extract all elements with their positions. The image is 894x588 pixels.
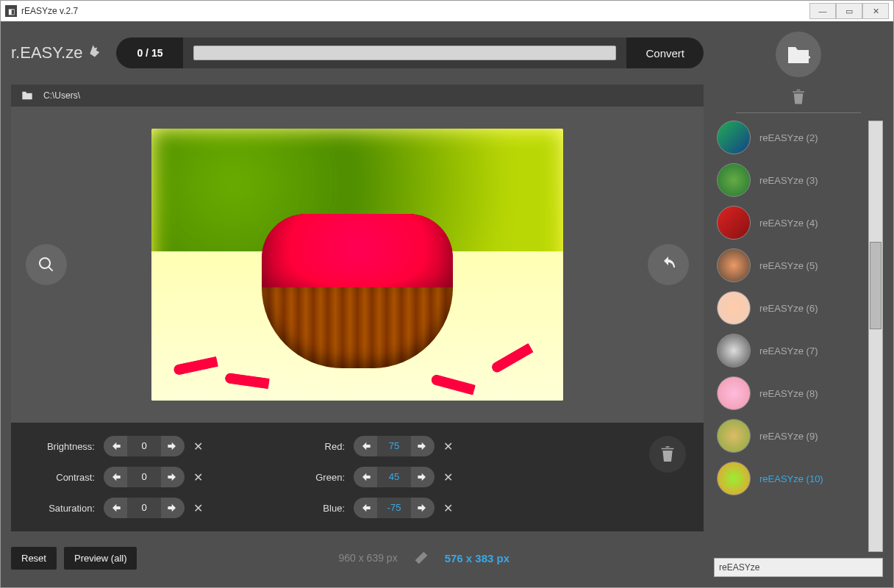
folder-plus-icon — [787, 44, 810, 65]
decrement-button[interactable] — [354, 467, 377, 487]
thumbnail-item[interactable]: reEASYze (10) — [714, 462, 864, 495]
thumbnail-label: reEASYze (6) — [759, 303, 818, 314]
convert-button[interactable]: Convert — [626, 37, 704, 68]
control-label: Green: — [279, 472, 345, 483]
stepper: 45 — [354, 467, 435, 487]
control-label: Blue: — [279, 503, 345, 514]
progress-bar[interactable] — [193, 46, 616, 60]
thumbnail-image — [717, 248, 751, 282]
stepper: -75 — [354, 498, 435, 518]
app-icon: ◧ — [5, 5, 17, 17]
stepper-value[interactable]: 75 — [377, 436, 411, 456]
maximize-button[interactable]: ▭ — [836, 3, 862, 19]
decrement-button[interactable] — [354, 436, 377, 456]
thumbnail-label: reEASYze (2) — [759, 132, 818, 143]
arrow-right-icon — [167, 502, 179, 514]
thumbnail-item[interactable]: reEASYze (6) — [714, 291, 864, 325]
thumbnail-item[interactable]: reEASYze (2) — [714, 121, 864, 154]
increment-button[interactable] — [411, 436, 435, 456]
add-files-button[interactable] — [776, 32, 821, 77]
decrement-button[interactable] — [104, 498, 127, 518]
control-green: Green:45✕ — [279, 467, 499, 487]
filename-value: reEASYze — [719, 562, 759, 573]
increment-button[interactable] — [411, 498, 435, 518]
reset-param-button[interactable]: ✕ — [193, 501, 203, 515]
control-saturation: Saturation:0✕ — [29, 498, 249, 518]
increment-button[interactable] — [411, 467, 435, 487]
trash-icon[interactable] — [791, 89, 806, 105]
divider — [736, 112, 861, 113]
image-preview — [151, 129, 563, 401]
window-title: rEASYze v.2.7 — [21, 6, 78, 16]
arrow-left-icon — [110, 502, 121, 514]
undo-icon — [659, 256, 677, 273]
thumbnail-image — [717, 121, 751, 154]
ruler-icon — [414, 551, 429, 565]
control-brightness: Brightness:0✕ — [29, 436, 249, 456]
arrow-right-icon — [167, 471, 179, 483]
thumbnail-image — [717, 334, 751, 368]
preview-all-button[interactable]: Preview (all) — [64, 547, 137, 570]
titlebar[interactable]: ◧ rEASYze v.2.7 — ▭ ✕ — [1, 1, 893, 21]
scrollbar[interactable] — [868, 121, 883, 552]
increment-button[interactable] — [161, 436, 185, 456]
reset-param-button[interactable]: ✕ — [443, 470, 453, 484]
decrement-button[interactable] — [354, 498, 377, 518]
discard-adjustments-button[interactable] — [649, 436, 686, 473]
preview-area — [11, 107, 704, 423]
scrollbar-thumb[interactable] — [870, 242, 882, 329]
stepper-value[interactable]: 0 — [127, 498, 161, 518]
original-dimensions: 960 x 639 px — [338, 552, 397, 564]
decrement-button[interactable] — [104, 467, 127, 487]
thumbnail-item[interactable]: reEASYze (9) — [714, 419, 864, 453]
thumbnail-image — [717, 206, 751, 240]
thumbnail-image — [717, 462, 751, 495]
stepper-value[interactable]: 0 — [127, 436, 161, 456]
footer: Reset Preview (all) 960 x 639 px 576 x 3… — [11, 531, 704, 577]
stepper: 0 — [104, 498, 185, 518]
thumbnail-item[interactable]: reEASYze (8) — [714, 376, 864, 410]
reset-param-button[interactable]: ✕ — [443, 501, 453, 515]
adjustments-panel: Brightness:0✕Contrast:0✕Saturation:0✕ Re… — [11, 423, 704, 531]
thumbnail-item[interactable]: reEASYze (4) — [714, 206, 864, 240]
stepper-value[interactable]: 45 — [377, 467, 411, 487]
thumbnail-item[interactable]: reEASYze (7) — [714, 334, 864, 368]
decrement-button[interactable] — [104, 436, 127, 456]
thumbnail-label: reEASYze (3) — [759, 175, 818, 186]
control-label: Saturation: — [29, 503, 95, 514]
output-dimensions: 576 x 383 px — [445, 552, 509, 564]
arrow-right-icon — [417, 502, 429, 514]
reset-button[interactable]: Reset — [11, 547, 57, 570]
control-label: Red: — [279, 441, 345, 452]
stepper: 0 — [104, 467, 185, 487]
control-label: Contrast: — [29, 472, 95, 483]
undo-button[interactable] — [648, 244, 689, 285]
increment-button[interactable] — [161, 498, 185, 518]
thumbnail-label: reEASYze (10) — [759, 473, 823, 484]
minimize-button[interactable]: — — [809, 3, 836, 19]
path-bar[interactable]: C:\Users\ — [11, 85, 704, 107]
stepper-value[interactable]: 0 — [127, 467, 161, 487]
thumbnail-item[interactable]: reEASYze (5) — [714, 248, 864, 282]
arrow-left-icon — [360, 471, 371, 483]
thumbnail-image — [717, 163, 751, 197]
arrow-left-icon — [360, 440, 371, 452]
increment-button[interactable] — [161, 467, 185, 487]
close-button[interactable]: ✕ — [862, 3, 889, 19]
filename-input[interactable]: reEASYze — [714, 558, 883, 577]
thumbnail-image — [717, 291, 751, 325]
reset-param-button[interactable]: ✕ — [443, 440, 453, 453]
thumbnail-label: reEASYze (5) — [759, 260, 818, 271]
thumbnail-image — [717, 376, 751, 410]
logo-text: r.EASY.ze — [11, 43, 82, 62]
folder-icon — [21, 90, 33, 101]
control-contrast: Contrast:0✕ — [29, 467, 249, 487]
thumbnail-item[interactable]: reEASYze (3) — [714, 163, 864, 197]
control-label: Brightness: — [29, 441, 95, 452]
reset-param-button[interactable]: ✕ — [193, 440, 203, 453]
arrow-left-icon — [360, 502, 371, 514]
stepper-value[interactable]: -75 — [377, 498, 411, 518]
reset-param-button[interactable]: ✕ — [193, 470, 203, 484]
thumbnail-label: reEASYze (9) — [759, 431, 818, 442]
zoom-button[interactable] — [26, 244, 67, 285]
